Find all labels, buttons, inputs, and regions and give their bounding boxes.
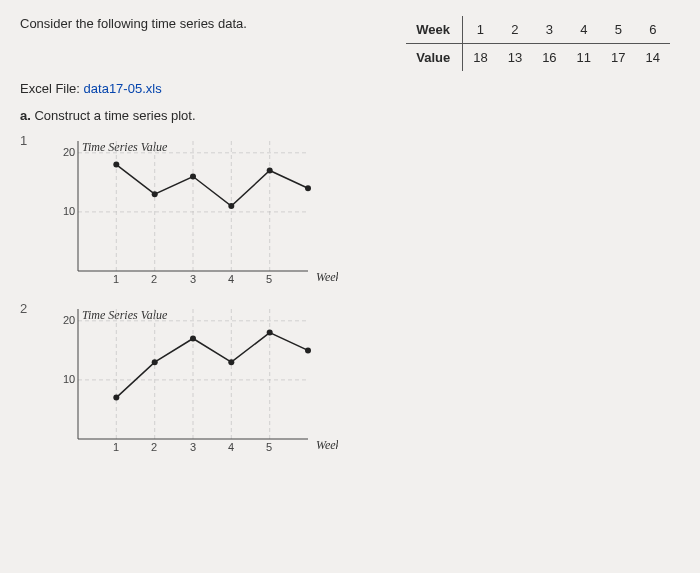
svg-point-29 bbox=[305, 347, 311, 353]
row-label-week: Week bbox=[406, 16, 462, 44]
x-tick: 5 bbox=[266, 273, 272, 285]
x-tick: 4 bbox=[228, 441, 234, 453]
series-line bbox=[116, 333, 308, 398]
svg-point-24 bbox=[113, 395, 119, 401]
x-tick: 2 bbox=[151, 441, 157, 453]
week-cell: 3 bbox=[532, 16, 566, 44]
value-cell: 17 bbox=[601, 44, 635, 72]
svg-point-27 bbox=[228, 359, 234, 365]
week-cell: 2 bbox=[498, 16, 532, 44]
prompt-text: Consider the following time series data. bbox=[20, 16, 406, 31]
week-cell: 4 bbox=[567, 16, 601, 44]
chart-option-index: 2 bbox=[20, 299, 38, 316]
file-prefix: Excel File: bbox=[20, 81, 84, 96]
y-tick: 10 bbox=[63, 373, 75, 385]
y-tick: 20 bbox=[63, 314, 75, 326]
value-cell: 14 bbox=[636, 44, 670, 72]
x-tick: 2 bbox=[151, 273, 157, 285]
x-axis-title: Week bbox=[316, 438, 338, 452]
svg-point-10 bbox=[152, 191, 158, 197]
chart-option-1[interactable]: Time Series Value 10 20 1 2 3 4 5 Week bbox=[38, 131, 338, 291]
week-cell: 6 bbox=[636, 16, 670, 44]
row-label-value: Value bbox=[406, 44, 462, 72]
svg-point-13 bbox=[267, 168, 273, 174]
svg-point-12 bbox=[228, 203, 234, 209]
x-axis-title: Week bbox=[316, 270, 338, 284]
series-line bbox=[116, 165, 308, 206]
x-tick: 3 bbox=[190, 273, 196, 285]
svg-point-25 bbox=[152, 359, 158, 365]
value-cell: 18 bbox=[463, 44, 498, 72]
x-tick: 4 bbox=[228, 273, 234, 285]
value-cell: 11 bbox=[567, 44, 601, 72]
y-tick: 20 bbox=[63, 146, 75, 158]
file-link[interactable]: data17-05.xls bbox=[84, 81, 162, 96]
svg-point-9 bbox=[113, 162, 119, 168]
y-tick: 10 bbox=[63, 205, 75, 217]
y-axis-title: Time Series Value bbox=[82, 140, 168, 154]
x-tick: 3 bbox=[190, 441, 196, 453]
svg-point-28 bbox=[267, 330, 273, 336]
svg-point-11 bbox=[190, 174, 196, 180]
question-prefix: a. bbox=[20, 108, 31, 123]
data-table: Week 1 2 3 4 5 6 Value 18 13 16 11 17 14 bbox=[406, 16, 670, 71]
question-a: a. Construct a time series plot. bbox=[20, 108, 680, 123]
week-cell: 1 bbox=[463, 16, 498, 44]
week-cell: 5 bbox=[601, 16, 635, 44]
x-tick: 1 bbox=[113, 273, 119, 285]
value-cell: 16 bbox=[532, 44, 566, 72]
table-row: Week 1 2 3 4 5 6 bbox=[406, 16, 670, 44]
svg-point-14 bbox=[305, 185, 311, 191]
x-tick: 5 bbox=[266, 441, 272, 453]
value-cell: 13 bbox=[498, 44, 532, 72]
question-text: Construct a time series plot. bbox=[31, 108, 196, 123]
excel-file-line: Excel File: data17-05.xls bbox=[20, 81, 680, 96]
chart-option-2[interactable]: Time Series Value 10 20 1 2 3 4 5 Week bbox=[38, 299, 338, 459]
chart-option-index: 1 bbox=[20, 131, 38, 148]
svg-point-26 bbox=[190, 336, 196, 342]
table-row: Value 18 13 16 11 17 14 bbox=[406, 44, 670, 72]
y-axis-title: Time Series Value bbox=[82, 308, 168, 322]
x-tick: 1 bbox=[113, 441, 119, 453]
